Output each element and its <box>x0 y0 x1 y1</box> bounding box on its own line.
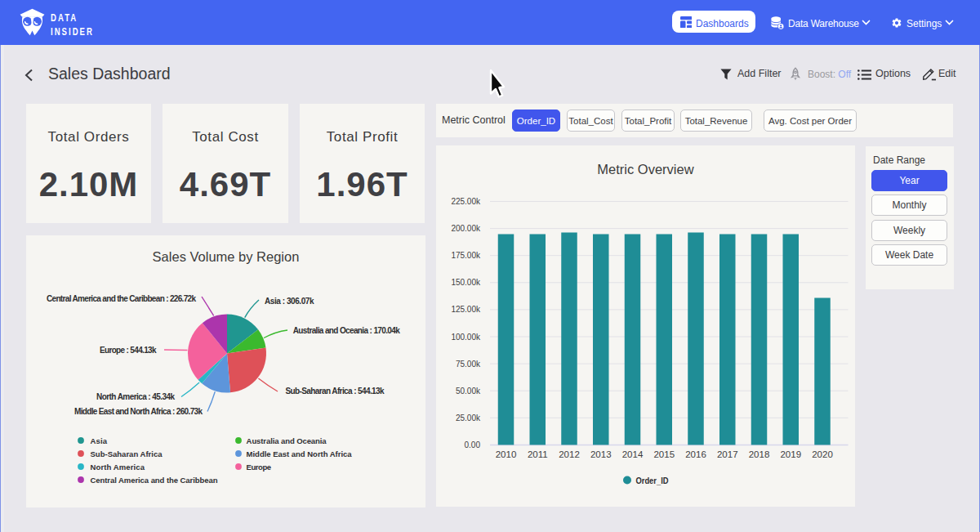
svg-text:2012: 2012 <box>559 449 580 459</box>
svg-text:2013: 2013 <box>590 449 612 459</box>
svg-text:2016: 2016 <box>685 449 706 459</box>
svg-text:150.00k: 150.00k <box>451 278 481 287</box>
svg-text:Sub-Saharan Africa : 544.13k: Sub-Saharan Africa : 544.13k <box>286 387 385 396</box>
svg-text:North America : 45.34k: North America : 45.34k <box>96 392 175 401</box>
svg-text:Middle East and North Africa :: Middle East and North Africa : 260.73k <box>74 407 203 416</box>
svg-text:75.00k: 75.00k <box>456 360 481 369</box>
svg-text:50.00k: 50.00k <box>456 387 481 396</box>
svg-text:2020: 2020 <box>812 449 833 459</box>
svg-text:2011: 2011 <box>528 449 548 459</box>
svg-text:125.00k: 125.00k <box>451 305 481 314</box>
svg-text:200.00k: 200.00k <box>451 224 481 233</box>
svg-text:Australia and Oceania: Australia and Oceania <box>247 436 327 445</box>
svg-text:Sub-Saharan Africa: Sub-Saharan Africa <box>91 449 163 458</box>
svg-text:2015: 2015 <box>653 449 675 459</box>
svg-text:25.00k: 25.00k <box>456 414 481 422</box>
svg-text:2019: 2019 <box>780 449 801 459</box>
svg-text:2014: 2014 <box>622 449 644 459</box>
svg-text:Australia and Oceania : 170.04: Australia and Oceania : 170.04k <box>293 326 400 335</box>
svg-text:Middle East and North Africa: Middle East and North Africa <box>247 449 353 458</box>
svg-text:Asia: Asia <box>91 436 108 445</box>
svg-text:100.00k: 100.00k <box>451 333 481 342</box>
svg-text:2017: 2017 <box>717 449 738 459</box>
svg-text:2018: 2018 <box>749 449 770 459</box>
svg-text:Order_ID: Order_ID <box>636 476 669 485</box>
svg-text:North America: North America <box>91 463 145 472</box>
svg-text:175.00k: 175.00k <box>451 251 481 260</box>
svg-text:225.00k: 225.00k <box>451 197 481 206</box>
svg-text:2010: 2010 <box>496 449 517 459</box>
svg-text:Central America and the Caribb: Central America and the Caribbean <box>91 476 218 485</box>
svg-text:Central America and the Caribb: Central America and the Caribbean : 226.… <box>47 294 196 303</box>
svg-text:Europe: Europe <box>247 463 272 472</box>
svg-text:Europe : 544.13k: Europe : 544.13k <box>100 346 157 355</box>
svg-text:Asia : 306.07k: Asia : 306.07k <box>265 297 314 306</box>
svg-text:0.00: 0.00 <box>465 440 481 449</box>
